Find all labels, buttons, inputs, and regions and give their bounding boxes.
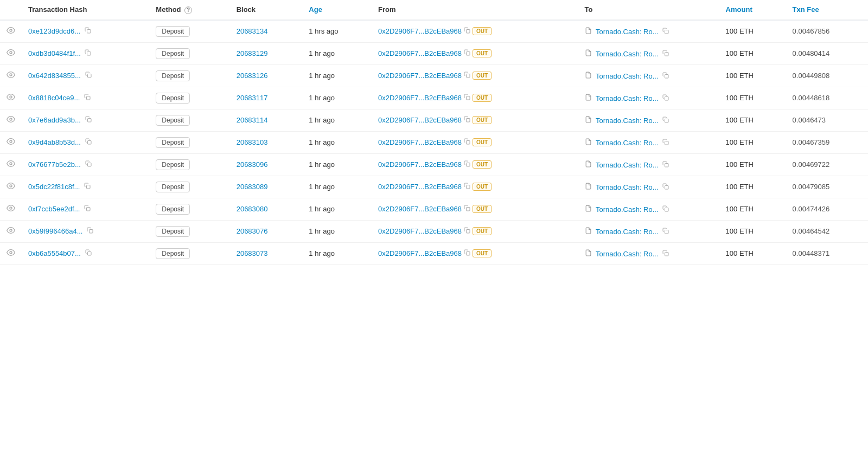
tx-hash-link[interactable]: 0xf7ccb5ee2df... bbox=[28, 205, 80, 213]
to-copy-icon[interactable] bbox=[662, 73, 669, 80]
to-address-link[interactable]: Tornado.Cash: Ro... bbox=[596, 28, 659, 36]
from-address-link[interactable]: 0x2D2906F7...B2cEBa968 bbox=[378, 227, 462, 235]
block-link[interactable]: 20683073 bbox=[237, 249, 268, 257]
from-copy-icon[interactable] bbox=[464, 72, 470, 80]
method-help-icon[interactable]: ? bbox=[184, 7, 192, 14]
tx-hash-copy-icon[interactable] bbox=[85, 28, 91, 35]
to-copy-icon[interactable] bbox=[662, 184, 669, 191]
eye-icon[interactable] bbox=[7, 72, 15, 81]
amount-value: 100 ETH bbox=[726, 249, 754, 257]
from-copy-icon[interactable] bbox=[464, 27, 470, 35]
eye-icon[interactable] bbox=[7, 250, 15, 259]
block-link[interactable]: 20683129 bbox=[237, 49, 268, 57]
to-address-link[interactable]: Tornado.Cash: Ro... bbox=[596, 228, 659, 236]
eye-icon[interactable] bbox=[7, 161, 15, 170]
to-address-link[interactable]: Tornado.Cash: Ro... bbox=[596, 94, 659, 102]
to-copy-icon[interactable] bbox=[662, 50, 669, 58]
tx-hash-link[interactable]: 0x642d834855... bbox=[28, 72, 81, 80]
svg-rect-14 bbox=[466, 96, 470, 100]
tx-hash-link[interactable]: 0xe123d9dcd6... bbox=[28, 27, 80, 35]
svg-rect-23 bbox=[665, 141, 669, 145]
to-copy-icon[interactable] bbox=[662, 162, 669, 169]
tx-hash-copy-icon[interactable] bbox=[84, 205, 91, 213]
tx-hash-link[interactable]: 0xb6a5554b07... bbox=[28, 249, 81, 257]
block-link[interactable]: 20683080 bbox=[237, 205, 268, 213]
from-address-link[interactable]: 0x2D2906F7...B2cEBa968 bbox=[378, 27, 462, 35]
from-address-link[interactable]: 0x2D2906F7...B2cEBa968 bbox=[378, 72, 462, 80]
from-copy-icon[interactable] bbox=[464, 249, 470, 257]
block-link[interactable]: 20683089 bbox=[237, 183, 268, 191]
from-copy-icon[interactable] bbox=[464, 160, 470, 169]
age-value: 1 hr ago bbox=[309, 227, 335, 235]
tx-hash-link[interactable]: 0x8818c04ce9... bbox=[28, 94, 80, 102]
from-address-link[interactable]: 0x2D2906F7...B2cEBa968 bbox=[378, 138, 462, 146]
from-copy-icon[interactable] bbox=[464, 183, 470, 191]
tx-hash-link[interactable]: 0xdb3d0484f1f... bbox=[28, 49, 81, 57]
tx-hash-link[interactable]: 0x5dc22f81c8f... bbox=[28, 183, 80, 191]
tx-hash-link[interactable]: 0x59f996466a4... bbox=[28, 227, 82, 235]
tx-hash-link[interactable]: 0x7e6add9a3b... bbox=[28, 116, 81, 124]
block-link[interactable]: 20683126 bbox=[237, 72, 268, 80]
block-link[interactable]: 20683117 bbox=[237, 94, 268, 102]
to-copy-icon[interactable] bbox=[662, 250, 669, 258]
to-copy-icon[interactable] bbox=[662, 28, 669, 36]
eye-icon[interactable] bbox=[7, 183, 15, 192]
tx-hash-copy-icon[interactable] bbox=[85, 50, 91, 57]
from-copy-icon[interactable] bbox=[464, 94, 470, 102]
to-address-link[interactable]: Tornado.Cash: Ro... bbox=[596, 205, 659, 214]
from-copy-icon[interactable] bbox=[464, 138, 470, 146]
to-copy-icon[interactable] bbox=[662, 95, 669, 102]
age-value: 1 hr ago bbox=[309, 138, 335, 146]
block-link[interactable]: 20683114 bbox=[237, 116, 268, 124]
from-copy-icon[interactable] bbox=[464, 49, 470, 57]
from-address-link[interactable]: 0x2D2906F7...B2cEBa968 bbox=[378, 183, 462, 191]
eye-icon[interactable] bbox=[7, 139, 15, 147]
to-address-link[interactable]: Tornado.Cash: Ro... bbox=[596, 72, 659, 80]
tx-hash-copy-icon[interactable] bbox=[87, 228, 93, 235]
eye-icon[interactable] bbox=[7, 50, 15, 59]
block-cell: 20683129 bbox=[230, 42, 303, 64]
to-address-link[interactable]: Tornado.Cash: Ro... bbox=[596, 183, 659, 191]
from-address-link[interactable]: 0x2D2906F7...B2cEBa968 bbox=[378, 49, 462, 57]
from-copy-icon[interactable] bbox=[464, 116, 470, 124]
eye-icon[interactable] bbox=[7, 228, 15, 236]
from-copy-icon[interactable] bbox=[464, 205, 470, 213]
tx-hash-link[interactable]: 0x76677b5e2b... bbox=[28, 160, 81, 169]
eye-icon[interactable] bbox=[7, 117, 15, 125]
to-address-link[interactable]: Tornado.Cash: Ro... bbox=[596, 117, 659, 125]
from-address-link[interactable]: 0x2D2906F7...B2cEBa968 bbox=[378, 205, 462, 213]
tx-hash-copy-icon[interactable] bbox=[85, 72, 92, 80]
eye-icon[interactable] bbox=[7, 205, 15, 214]
tx-hash-copy-icon[interactable] bbox=[85, 117, 92, 124]
tx-hash-copy-icon[interactable] bbox=[85, 139, 92, 146]
to-doc-icon bbox=[585, 50, 593, 58]
tx-hash-copy-icon[interactable] bbox=[84, 94, 91, 102]
from-address-link[interactable]: 0x2D2906F7...B2cEBa968 bbox=[378, 116, 462, 124]
block-link[interactable]: 20683103 bbox=[237, 138, 268, 146]
from-cell: 0x2D2906F7...B2cEBa968 OUT bbox=[372, 198, 578, 220]
to-copy-icon[interactable] bbox=[662, 139, 669, 147]
from-address-link[interactable]: 0x2D2906F7...B2cEBa968 bbox=[378, 94, 462, 102]
from-address-link[interactable]: 0x2D2906F7...B2cEBa968 bbox=[378, 160, 462, 169]
view-icon-cell bbox=[0, 176, 22, 198]
to-address-link[interactable]: Tornado.Cash: Ro... bbox=[596, 250, 659, 258]
to-address-link[interactable]: Tornado.Cash: Ro... bbox=[596, 161, 659, 169]
tx-hash-link[interactable]: 0x9d4ab8b53d... bbox=[28, 138, 81, 146]
to-address-link[interactable]: Tornado.Cash: Ro... bbox=[596, 50, 659, 58]
age-cell: 1 hr ago bbox=[302, 64, 372, 87]
tx-hash-copy-icon[interactable] bbox=[85, 250, 92, 257]
eye-icon[interactable] bbox=[7, 94, 15, 103]
to-copy-icon[interactable] bbox=[662, 117, 669, 125]
tx-hash-copy-icon[interactable] bbox=[85, 161, 92, 169]
to-address-link[interactable]: Tornado.Cash: Ro... bbox=[596, 139, 659, 147]
block-link[interactable]: 20683096 bbox=[237, 160, 268, 169]
block-link[interactable]: 20683134 bbox=[237, 27, 268, 35]
from-copy-icon[interactable] bbox=[464, 227, 470, 235]
from-address-link[interactable]: 0x2D2906F7...B2cEBa968 bbox=[378, 249, 462, 257]
block-link[interactable]: 20683076 bbox=[237, 227, 268, 235]
eye-icon[interactable] bbox=[7, 28, 15, 36]
to-copy-icon[interactable] bbox=[662, 206, 669, 214]
amount-cell: 100 ETH bbox=[719, 42, 786, 64]
tx-hash-copy-icon[interactable] bbox=[84, 183, 91, 191]
to-copy-icon[interactable] bbox=[662, 228, 669, 236]
